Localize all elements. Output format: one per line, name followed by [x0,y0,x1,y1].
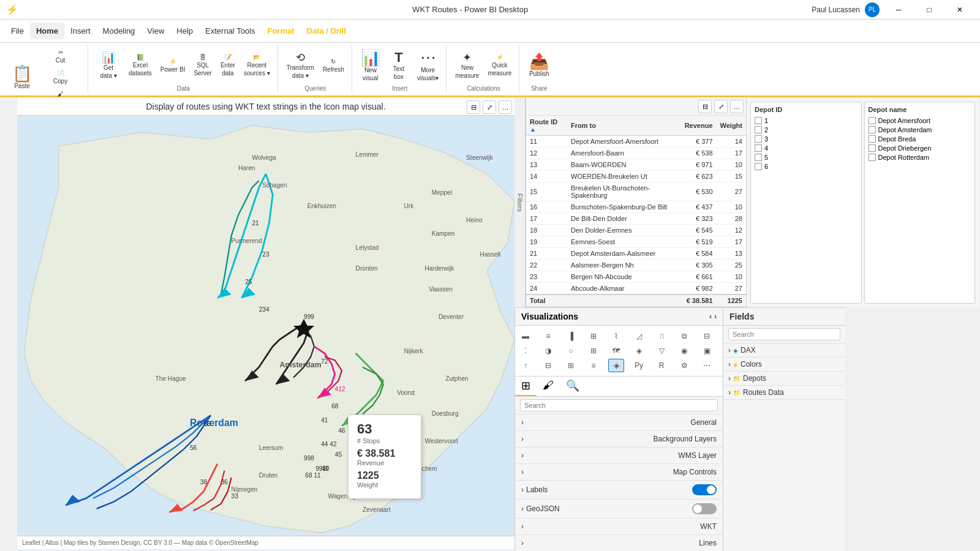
filter-depot-name-item[interactable]: Depot Rotterdam [869,154,971,161]
recent-sources-button[interactable]: 📂 Recent sources ▾ [240,51,274,79]
filter-checkbox[interactable] [755,154,762,161]
geojson-toggle[interactable] [692,503,717,514]
filter-name-checkbox[interactable] [869,126,876,133]
menu-data-drill[interactable]: Data / Drill [301,23,352,39]
transform-button[interactable]: ⟲ Transform data ▾ [283,50,318,81]
custom3-icon[interactable]: ⚙ [676,359,692,372]
table-more-btn[interactable]: … [730,100,744,113]
sql-button[interactable]: 🗄 SQL Server [190,51,215,79]
table-row[interactable]: 15 Breukelen Ut-Bunschoten-Spakenburg € … [526,182,746,201]
quick-measure-button[interactable]: ⚡ Quick measure [484,51,515,79]
filter-checkbox[interactable] [755,117,762,124]
map-icon[interactable]: 🗺 [608,344,624,358]
table-row[interactable]: 11 Depot Amersfoort-Amersfoort € 377 14 [526,136,746,148]
table-row[interactable]: 22 Aalsmeer-Bergen Nh € 305 25 [526,260,746,271]
treemap-icon[interactable]: ⊞ [586,344,601,358]
viz-search-input[interactable] [520,399,718,411]
filter-name-checkbox[interactable] [869,154,876,161]
table-row[interactable]: 12 Amersfoort-Baarn € 538 17 [526,148,746,159]
kpi-icon[interactable]: ↑ [518,359,533,372]
filter-depot-id-item[interactable]: 5 [755,154,858,161]
text-box-button[interactable]: T Text box [385,48,412,83]
table-row[interactable]: 18 Den Dolder-Eemnes € 545 12 [526,225,746,236]
map-controls[interactable]: ⊟ ⤢ … [467,100,512,114]
filter-checkbox[interactable] [755,163,762,170]
ribbon-chart-icon[interactable]: ⧉ [676,329,692,343]
bar-chart-icon[interactable]: ▬ [518,329,533,343]
paste-button[interactable]: 📋 Paste [9,63,36,92]
matrix-icon[interactable]: ⊞ [563,359,579,372]
table-focus-btn[interactable]: ⤢ [714,100,728,113]
more-visuals-button[interactable]: ⋯ More visuals▾ [413,47,443,84]
filter-checkbox[interactable] [755,144,762,152]
card-icon[interactable]: ▣ [699,344,715,358]
filter-depot-id-item[interactable]: 1 [755,117,858,124]
filter-name-checkbox[interactable] [869,144,876,152]
donut-icon[interactable]: ○ [563,344,579,358]
table-row[interactable]: 23 Bergen Nh-Abcoude € 661 10 [526,271,746,283]
waterfall-icon[interactable]: ⊟ [699,329,715,343]
table-row[interactable]: 16 Bunschoten-Spakenburg-De Bilt € 437 1… [526,201,746,213]
choropleth-icon[interactable]: ◈ [631,344,647,358]
get-data-button[interactable]: 📊 Get data ▾ [93,50,124,81]
col-weight[interactable]: Weight [717,116,746,136]
table-row[interactable]: 19 Eemnes-Soest € 519 17 [526,236,746,248]
powerbi-button[interactable]: ⚡ Power BI [157,56,189,75]
new-visual-button[interactable]: 📊 New visual [357,47,384,84]
table-icon[interactable]: ⊟ [540,359,556,372]
cut-button[interactable]: ✂ Cut [37,47,84,66]
column-chart-icon[interactable]: ▐ [563,329,579,343]
fields-search-input[interactable] [728,328,840,340]
gauge-icon[interactable]: ◉ [676,344,692,358]
table-row[interactable]: 24 Abcoude-Alkmaar € 982 27 [526,283,746,295]
col-revenue[interactable]: Revenue [681,116,717,136]
filter-depot-id-item[interactable]: 6 [755,163,858,170]
filter-depot-id-item[interactable]: 3 [755,135,858,143]
stacked-bar-icon[interactable]: ≡ [540,329,556,343]
analytics-tab[interactable]: 🔍 [560,377,586,396]
filter-name-checkbox[interactable] [869,117,876,124]
filter-depot-name-item[interactable]: Depot Amsterdam [869,126,971,133]
filter-checkbox[interactable] [755,135,762,143]
viz-forward-btn[interactable]: › [714,312,717,321]
col-route-id[interactable]: Route ID ▲ [526,116,567,136]
build-tab[interactable]: ⊞ [515,377,537,396]
line-col-icon[interactable]: ⎍ [654,329,669,343]
new-measure-button[interactable]: ✦ New measure [451,50,483,81]
table-row[interactable]: 21 Depot Amsterdam-Aalsmeer € 584 13 [526,248,746,260]
filter-depot-name-item[interactable]: Depot Amersfoort [869,117,971,124]
close-button[interactable]: ✕ [946,0,974,20]
format-tab[interactable]: 🖌 [537,377,560,396]
filter-depot-id-item[interactable]: 2 [755,126,858,133]
excel-button[interactable]: 📗 Excel datasets [125,51,156,79]
focus-mode-btn[interactable]: ⤢ [483,100,496,114]
window-controls[interactable]: ─ □ ✕ [884,0,974,20]
pie-icon[interactable]: ◑ [540,344,556,358]
custom2-icon[interactable]: R [654,359,669,372]
more-options-btn[interactable]: … [499,100,512,114]
stacked-col-icon[interactable]: ⊞ [586,329,601,343]
minimize-button[interactable]: ─ [884,0,913,20]
slicer-icon[interactable]: ≡ [586,359,601,372]
area-chart-icon[interactable]: ◿ [631,329,647,343]
labels-toggle[interactable] [692,484,717,495]
filter-icon[interactable]: ⊟ [467,100,480,114]
filter-depot-id-item[interactable]: 4 [755,144,858,152]
map-canvas[interactable]: Rotterdam Wolvega Lemmer Steenwijk Meppe… [17,116,514,536]
menu-help[interactable]: Help [170,23,199,39]
menu-format[interactable]: Format [261,23,300,39]
publish-button[interactable]: 📤 Publish [526,51,553,80]
sort-route-id[interactable]: ▲ [530,126,536,133]
col-from-to[interactable]: From to [567,116,681,136]
custom1-icon[interactable]: Py [631,359,647,372]
scatter-icon[interactable]: ⁚ [518,344,533,358]
table-filter-icon[interactable]: ⊟ [698,100,712,113]
table-row[interactable]: 17 De Bilt-Den Dolder € 323 28 [526,213,746,225]
menu-file[interactable]: File [5,23,30,39]
filters-sidebar-label[interactable]: Filters [514,98,526,307]
menu-insert[interactable]: Insert [64,23,97,39]
menu-modeling[interactable]: Modeling [97,23,141,39]
filter-depot-name-item[interactable]: Depot Breda [869,135,971,143]
filter-depot-name-item[interactable]: Depot Driebergen [869,144,971,152]
funnel-icon[interactable]: ▽ [654,344,669,358]
